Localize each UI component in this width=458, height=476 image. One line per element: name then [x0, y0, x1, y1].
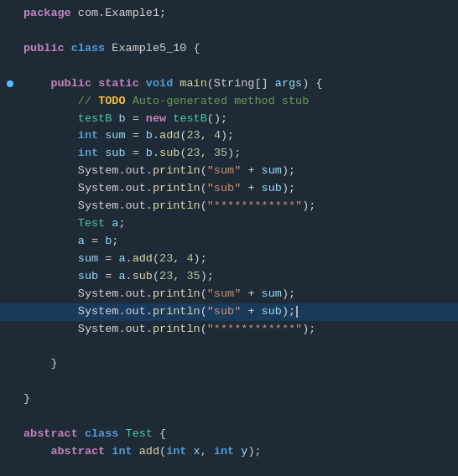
line-6: // TODO Auto-generated method stub — [0, 93, 458, 111]
line-24 — [0, 408, 458, 426]
line-16: sub = a . sub ( 23 , 35 ); — [0, 268, 458, 286]
line-20 — [0, 339, 458, 356]
line-17: System.out. println ( "sum" + sum ); — [0, 286, 458, 303]
breakpoint-dot — [7, 80, 13, 87]
line-22 — [0, 373, 458, 391]
line-3: public class Example5_10 { — [0, 40, 458, 58]
line-18: System.out. println ( "sub" + sub ); — [0, 303, 458, 321]
line-19: System.out. println ( "************" ); — [0, 321, 458, 339]
line-26: abstract int add ( int x , int y ); — [0, 443, 458, 461]
line-21: } — [0, 355, 458, 373]
code-editor: package com.Example1; public class Examp… — [0, 0, 458, 476]
line-13: Test a ; — [0, 215, 458, 233]
line-9: int sub = b . sub ( 23 , 35 ); — [0, 145, 458, 163]
line-1: package com.Example1; — [0, 5, 458, 23]
line-25: abstract class Test { — [0, 426, 458, 443]
text-cursor — [296, 306, 298, 318]
line-27 — [0, 461, 458, 476]
line-15: sum = a . add ( 23 , 4 ); — [0, 251, 458, 268]
line-7: testB b = new testB (); — [0, 111, 458, 128]
line-14: a = b ; — [0, 233, 458, 251]
line-5: public static void main (String[] args )… — [0, 75, 458, 93]
line-23: } — [0, 391, 458, 408]
line-12: System.out. println ( "************" ); — [0, 198, 458, 215]
line-4 — [0, 58, 458, 75]
line-2 — [0, 23, 458, 40]
line-8: int sum = b . add ( 23 , 4 ); — [0, 127, 458, 145]
line-11: System.out. println ( "sub" + sub ); — [0, 180, 458, 198]
line-10: System.out. println ( "sum" + sum ); — [0, 163, 458, 180]
